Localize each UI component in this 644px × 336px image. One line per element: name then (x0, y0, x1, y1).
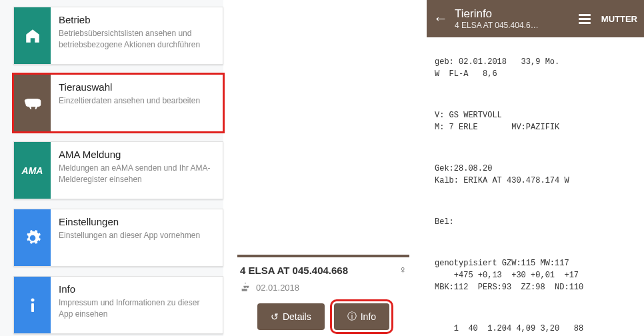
animal-name: 4 ELSA AT 045.404.668 (240, 265, 348, 276)
info-button[interactable]: ⓘ Info (334, 303, 389, 330)
menu-sub: Betriebsübersichtslisten ansehen und bet… (59, 28, 215, 51)
menu-item-info[interactable]: Info Impressum und Informationen zu dies… (13, 276, 223, 334)
tierinfo-text: geb: 02.01.2018 33,9 Mo. W FL-A 8,6 V: G… (427, 37, 644, 336)
svg-point-0 (31, 298, 34, 301)
back-icon[interactable]: ← (433, 10, 448, 27)
female-icon: ♀ (399, 264, 407, 276)
menu-item-einstellungen[interactable]: Einstellungen Einstellungen an dieser Ap… (13, 209, 223, 267)
menu-title: Info (59, 283, 215, 295)
divider (237, 253, 409, 257)
menu-sub: Meldungen an eAMA senden und Ihr AMA-Mel… (59, 163, 215, 186)
info-circle-icon: ⓘ (347, 311, 357, 323)
svg-rect-1 (31, 303, 34, 312)
menu-item-tierauswahl[interactable]: Tierauswahl Einzeltierdaten ansehen und … (13, 74, 223, 132)
undo-icon: ↺ (271, 311, 279, 322)
details-button[interactable]: ↺ Details (257, 303, 325, 330)
birth-date: 02.01.2018 (256, 283, 299, 293)
menu-item-betrieb[interactable]: Betrieb Betriebsübersichtslisten ansehen… (13, 7, 223, 65)
list-menu-icon[interactable] (579, 14, 591, 24)
menu-title: AMA Meldung (59, 149, 215, 160)
menu-title: Betrieb (59, 14, 215, 25)
farm-icon (14, 7, 51, 64)
ama-icon: AMA (14, 142, 51, 199)
menu-sub: Einzeltierdaten ansehen und bearbeiten (59, 95, 215, 107)
tierinfo-header: ← Tierinfo 4 ELSA AT 045.404.6… MUTTER (427, 0, 644, 37)
menu-item-ama[interactable]: AMA AMA Meldung Meldungen an eAMA senden… (13, 141, 223, 199)
info-icon (14, 277, 51, 333)
page-subtitle: 4 ELSA AT 045.404.6… (455, 21, 572, 30)
cow-icon (14, 75, 51, 131)
page-title: Tierinfo (455, 7, 572, 21)
menu-sub: Einstellungen an dieser App vornehmen (59, 230, 215, 241)
menu-title: Tierauswahl (59, 81, 215, 93)
gear-icon (14, 209, 51, 266)
menu-sub: Impressum und Informationen zu dieser Ap… (59, 297, 215, 321)
mutter-button[interactable]: MUTTER (601, 14, 637, 24)
birthday-icon (240, 281, 251, 294)
menu-title: Einstellungen (59, 216, 215, 227)
